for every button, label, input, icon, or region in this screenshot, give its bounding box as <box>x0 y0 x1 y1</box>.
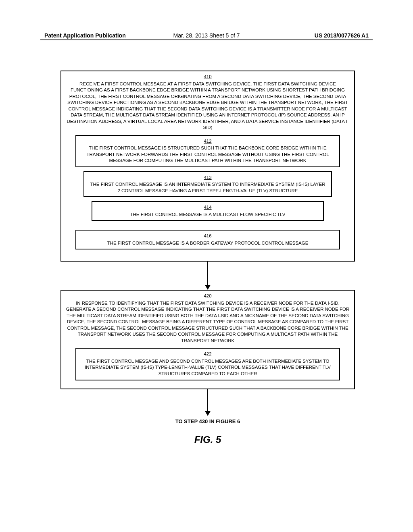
step-420-ref: 420 <box>65 293 350 299</box>
header-center: Mar. 28, 2013 Sheet 5 of 7 <box>173 32 240 39</box>
step-410: 410 RECEIVE A FIRST CONTROL MESSAGE AT A… <box>60 71 355 262</box>
step-422-ref: 422 <box>80 351 335 357</box>
step-420: 420 IN RESPONSE TO IDENTIFYING THAT THE … <box>60 290 355 389</box>
step-420-text: IN RESPONSE TO IDENTIFYING THAT THE FIRS… <box>66 301 349 343</box>
step-413-text: THE FIRST CONTROL MESSAGE IS AN INTERMED… <box>90 182 325 193</box>
step-413: 413 THE FIRST CONTROL MESSAGE IS AN INTE… <box>83 171 332 197</box>
step-416-ref: 416 <box>80 233 335 239</box>
header-right: US 2013/0077626 A1 <box>315 32 369 39</box>
step-412: 412 THE FIRST CONTROL MESSAGE IS STRUCTU… <box>75 135 340 167</box>
arrow-420-to-offpage <box>60 389 355 416</box>
offpage-connector-label: TO STEP 430 IN FIGURE 6 <box>60 418 355 424</box>
step-410-text: RECEIVE A FIRST CONTROL MESSAGE AT A FIR… <box>67 81 348 130</box>
figure-caption: FIG. 5 <box>60 434 355 445</box>
step-414-text: THE FIRST CONTROL MESSAGE IS A MULTICAST… <box>130 212 285 217</box>
flowchart: 410 RECEIVE A FIRST CONTROL MESSAGE AT A… <box>60 71 355 445</box>
step-416-text: THE FIRST CONTROL MESSAGE IS A BORDER GA… <box>107 241 309 245</box>
step-412-text: THE FIRST CONTROL MESSAGE IS STRUCTURED … <box>86 145 329 163</box>
step-416: 416 THE FIRST CONTROL MESSAGE IS A BORDE… <box>75 230 340 249</box>
step-422-text: THE FIRST CONTROL MESSAGE AND SECOND CON… <box>85 359 331 376</box>
header-rule <box>40 39 373 40</box>
step-422: 422 THE FIRST CONTROL MESSAGE AND SECOND… <box>75 348 340 380</box>
step-413-ref: 413 <box>88 175 327 181</box>
header-left: Patent Application Publication <box>44 32 126 39</box>
step-410-ref: 410 <box>65 74 350 80</box>
step-412-ref: 412 <box>80 138 335 145</box>
arrow-410-to-420 <box>60 262 355 290</box>
step-414-ref: 414 <box>96 204 319 211</box>
step-414: 414 THE FIRST CONTROL MESSAGE IS A MULTI… <box>92 201 324 221</box>
page-header: Patent Application Publication Mar. 28, … <box>44 32 369 39</box>
